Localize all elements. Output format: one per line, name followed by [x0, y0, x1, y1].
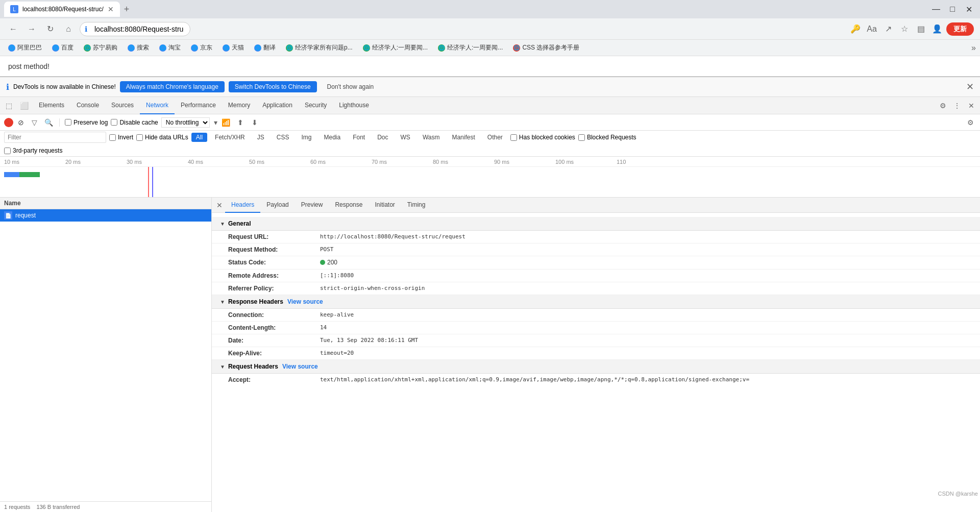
tab-network[interactable]: Network: [140, 97, 175, 114]
bookmark-baidu-icon: 🌐: [52, 44, 59, 52]
request-headers-view-source[interactable]: View source: [282, 363, 318, 370]
invert-label[interactable]: Invert: [109, 134, 133, 141]
filter-type-media[interactable]: Media: [319, 133, 345, 142]
devtools-more-button[interactable]: ⋮: [950, 99, 964, 112]
blocked-requests-label[interactable]: Blocked Requests: [578, 134, 636, 141]
bookmark-search[interactable]: 🌐 搜索: [124, 42, 153, 53]
devtools-close-button[interactable]: ✕: [965, 99, 978, 112]
filter-type-all[interactable]: All: [191, 133, 207, 142]
third-party-label[interactable]: 3rd-party requests: [4, 147, 62, 154]
filter-type-manifest[interactable]: Manifest: [447, 133, 479, 142]
filter-input[interactable]: [4, 132, 106, 143]
filter-type-js[interactable]: JS: [253, 133, 269, 142]
blocked-requests-checkbox[interactable]: [578, 134, 585, 141]
minimize-button[interactable]: —: [929, 2, 943, 16]
record-button[interactable]: [4, 118, 13, 127]
filter-toggle-button[interactable]: ▽: [29, 117, 40, 128]
tab-sources[interactable]: Sources: [105, 97, 140, 114]
tab-lighthouse[interactable]: Lighthouse: [333, 97, 375, 114]
filter-type-other[interactable]: Other: [483, 133, 507, 142]
bookmark-css[interactable]: 🌐 CSS 选择器参考手册: [509, 42, 583, 53]
request-headers-section-header[interactable]: ▼ Request Headers View source: [212, 360, 980, 374]
wifi-icon-button[interactable]: 📶: [220, 117, 232, 128]
home-button[interactable]: ⌂: [61, 22, 76, 36]
banner-close-button[interactable]: ✕: [966, 81, 974, 92]
bookmark-economist2[interactable]: 🌐 经济学人:一周要闻...: [359, 42, 432, 53]
invert-checkbox[interactable]: [109, 134, 116, 141]
hide-data-urls-label[interactable]: Hide data URLs: [136, 134, 188, 141]
bookmark-economist1[interactable]: 🌐 经济学家所有问题p...: [282, 42, 357, 53]
general-section-header[interactable]: ▼ General: [212, 217, 980, 231]
throttle-select[interactable]: No throttling: [161, 117, 210, 128]
stop-button[interactable]: ⊘: [16, 118, 26, 127]
response-headers-section-header[interactable]: ▼ Response Headers View source: [212, 295, 980, 309]
bookmarks-more-icon[interactable]: »: [971, 43, 976, 53]
tab-elements[interactable]: Elements: [33, 97, 70, 114]
profile-icon[interactable]: 👤: [930, 22, 944, 36]
tab-console[interactable]: Console: [70, 97, 105, 114]
sidebar-icon[interactable]: ▤: [914, 22, 928, 36]
bookmark-alibaba[interactable]: 🌐 阿里巴巴: [4, 42, 46, 53]
forward-button[interactable]: →: [24, 22, 39, 36]
filter-type-doc[interactable]: Doc: [373, 133, 393, 142]
filter-type-wasm[interactable]: Wasm: [418, 133, 445, 142]
bookmark-suning[interactable]: 🌐 苏宁易购: [80, 42, 121, 53]
bookmark-translate[interactable]: 🌐 翻译: [250, 42, 280, 53]
password-icon[interactable]: 🔑: [848, 22, 863, 36]
detail-tab-timing[interactable]: Timing: [401, 198, 432, 213]
detail-tab-initiator[interactable]: Initiator: [369, 198, 401, 213]
detail-tab-headers[interactable]: Headers: [225, 198, 260, 213]
hide-data-urls-checkbox[interactable]: [136, 134, 143, 141]
bookmark-taobao[interactable]: 🌐 淘宝: [155, 42, 185, 53]
detail-tab-payload[interactable]: Payload: [260, 198, 295, 213]
active-tab[interactable]: L localhost:8080/Request-struc/ ✕: [4, 2, 120, 17]
switch-to-chinese-button[interactable]: Switch DevTools to Chinese: [229, 81, 317, 92]
new-tab-button[interactable]: +: [120, 4, 134, 15]
tab-performance[interactable]: Performance: [175, 97, 222, 114]
tab-memory[interactable]: Memory: [222, 97, 256, 114]
search-network-button[interactable]: 🔍: [43, 117, 54, 128]
tab-close-btn[interactable]: ✕: [108, 5, 114, 13]
tab-security[interactable]: Security: [299, 97, 333, 114]
disable-cache-checkbox[interactable]: [111, 119, 117, 126]
file-item-request[interactable]: 📄 request: [0, 209, 211, 222]
detail-close-button[interactable]: ✕: [214, 200, 225, 211]
devtools-settings-button[interactable]: ⚙: [936, 99, 949, 112]
preserve-log-label[interactable]: Preserve log: [65, 119, 108, 126]
inspect-element-button[interactable]: ⬚: [2, 99, 15, 112]
filter-type-ws[interactable]: WS: [396, 133, 415, 142]
export-button[interactable]: ⬇: [249, 117, 260, 128]
always-match-language-button[interactable]: Always match Chrome's language: [120, 81, 225, 92]
dont-show-again-button[interactable]: Don't show again: [321, 81, 380, 92]
url-input[interactable]: [80, 22, 190, 36]
network-settings-button[interactable]: ⚙: [965, 117, 976, 128]
close-button[interactable]: ✕: [962, 2, 976, 16]
update-button[interactable]: 更新: [946, 22, 974, 36]
has-blocked-cookies-checkbox[interactable]: [510, 134, 517, 141]
device-toolbar-button[interactable]: ⬜: [17, 99, 31, 112]
bookmark-icon[interactable]: ☆: [897, 22, 912, 36]
tab-application[interactable]: Application: [256, 97, 299, 114]
preserve-log-checkbox[interactable]: [65, 119, 71, 126]
third-party-checkbox[interactable]: [4, 148, 11, 154]
disable-cache-label[interactable]: Disable cache: [111, 119, 158, 126]
filter-type-img[interactable]: Img: [297, 133, 316, 142]
back-button[interactable]: ←: [6, 22, 20, 36]
import-button[interactable]: ⬆: [235, 117, 246, 128]
file-list-header: Name: [0, 198, 211, 209]
maximize-button[interactable]: □: [945, 2, 960, 16]
bookmark-tmall[interactable]: 🌐 天猫: [218, 42, 248, 53]
bookmark-jd[interactable]: 🌐 京东: [187, 42, 216, 53]
refresh-button[interactable]: ↻: [43, 22, 57, 36]
detail-tab-preview[interactable]: Preview: [295, 198, 329, 213]
translate-icon[interactable]: Aa: [865, 22, 879, 36]
detail-tab-response[interactable]: Response: [329, 198, 369, 213]
bookmark-baidu[interactable]: 🌐 百度: [48, 42, 78, 53]
share-icon[interactable]: ↗: [881, 22, 895, 36]
response-headers-view-source[interactable]: View source: [287, 298, 323, 305]
filter-type-fetch-xhr[interactable]: Fetch/XHR: [210, 133, 250, 142]
filter-type-font[interactable]: Font: [348, 133, 370, 142]
has-blocked-cookies-label[interactable]: Has blocked cookies: [510, 134, 575, 141]
filter-type-css[interactable]: CSS: [272, 133, 294, 142]
bookmark-economist3[interactable]: 🌐 经济学人:一周要闻...: [434, 42, 507, 53]
